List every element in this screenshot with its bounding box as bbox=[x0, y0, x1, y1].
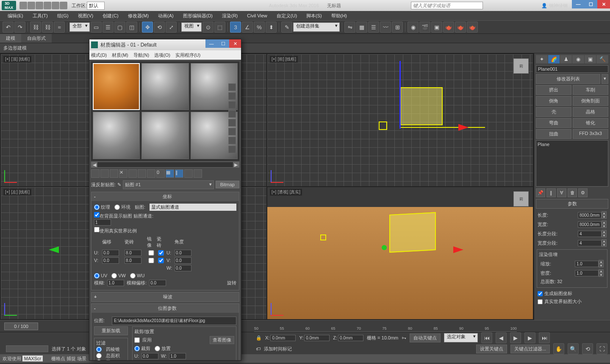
undo-icon[interactable]: ↶ bbox=[3, 22, 14, 33]
u-tile-input[interactable] bbox=[125, 250, 141, 256]
ribbon-tab-modeling[interactable]: 建模 bbox=[0, 34, 21, 43]
z-input[interactable] bbox=[338, 335, 363, 341]
curve-editor-icon[interactable]: 〰 bbox=[380, 22, 391, 33]
scale-input[interactable] bbox=[575, 261, 599, 267]
qat-save-icon[interactable] bbox=[36, 2, 43, 9]
spinner-snap-icon[interactable]: ⬍ bbox=[266, 22, 277, 33]
u-mirror-check[interactable] bbox=[147, 250, 155, 256]
menu-edit[interactable]: 编辑(E) bbox=[3, 12, 28, 20]
material-editor-icon[interactable]: ◉ bbox=[408, 22, 419, 33]
qat-redo-icon[interactable] bbox=[52, 2, 59, 9]
reload-button[interactable]: 重新加载 bbox=[94, 326, 128, 335]
menu-modifiers[interactable]: 修改器(M) bbox=[124, 12, 153, 20]
options-icon[interactable] bbox=[228, 137, 236, 144]
mat-id-icon[interactable]: 0 bbox=[156, 169, 165, 178]
mod-bevel[interactable]: 倒角 bbox=[536, 96, 571, 106]
blur-input[interactable] bbox=[107, 280, 124, 286]
slot-scroll-right-icon[interactable]: ▶ bbox=[233, 162, 239, 167]
x-input[interactable] bbox=[270, 335, 296, 341]
apply-checkbox[interactable] bbox=[134, 337, 140, 343]
named-sel-edit-icon[interactable]: ✎ bbox=[281, 22, 292, 33]
u-offset-input[interactable] bbox=[102, 250, 119, 256]
uv-tile-icon[interactable] bbox=[228, 110, 236, 118]
modifier-stack[interactable]: Plane bbox=[536, 140, 608, 187]
goto-start-icon[interactable]: ⏮ bbox=[481, 332, 492, 343]
pick-icon[interactable]: ✎ bbox=[117, 182, 121, 188]
spinner-up-icon[interactable]: ▲ bbox=[602, 221, 607, 224]
select-rect-icon[interactable]: ▢ bbox=[114, 22, 125, 33]
texture-radio[interactable] bbox=[94, 204, 100, 210]
vp-label-front[interactable]: [+] [前] [线框] bbox=[270, 56, 298, 63]
render-setup-icon[interactable]: 🎬 bbox=[419, 22, 430, 33]
rotate-button[interactable]: 旋转 bbox=[227, 280, 236, 286]
redo-icon[interactable]: ↷ bbox=[14, 22, 25, 33]
video-check-icon[interactable] bbox=[228, 119, 236, 127]
rotate-icon[interactable]: ⟲ bbox=[154, 22, 165, 33]
show-map-icon[interactable]: ▦ bbox=[166, 169, 174, 178]
percent-snap-icon[interactable]: % bbox=[254, 22, 265, 33]
spinner-down-icon[interactable]: ▼ bbox=[599, 264, 604, 267]
stack-item[interactable]: Plane bbox=[538, 142, 607, 147]
backlight-icon[interactable] bbox=[228, 92, 236, 100]
go-sibling-icon[interactable] bbox=[194, 169, 202, 178]
spinner-down-icon[interactable]: ▼ bbox=[602, 215, 607, 219]
reset-icon[interactable]: ✕ bbox=[119, 169, 128, 178]
named-selection-set[interactable]: 创建选择集 bbox=[293, 22, 340, 32]
remove-mod-icon[interactable]: 🗑 bbox=[568, 188, 577, 197]
spinner-up-icon[interactable]: ▲ bbox=[599, 260, 604, 264]
put-to-scene-icon[interactable] bbox=[100, 169, 109, 178]
time-ruler[interactable]: 50 55 60 65 70 75 80 85 90 95 100 bbox=[254, 320, 517, 332]
mapch-input[interactable] bbox=[94, 219, 111, 226]
schematic-icon[interactable]: ⊞ bbox=[392, 22, 403, 33]
minimize-button[interactable]: — bbox=[572, 0, 585, 8]
tab-utilities-icon[interactable]: 🔨 bbox=[596, 55, 608, 63]
environ-radio[interactable] bbox=[114, 204, 120, 210]
mod-ffd[interactable]: FFD 3x3x3 bbox=[573, 129, 608, 139]
render-frame-icon[interactable]: ▣ bbox=[431, 22, 442, 33]
pin-stack-icon[interactable]: 📌 bbox=[536, 188, 545, 197]
density-input[interactable] bbox=[575, 270, 599, 276]
link-icon[interactable]: ⛓ bbox=[30, 22, 41, 33]
material-slot-1[interactable] bbox=[93, 63, 140, 110]
viewport-perspective[interactable]: [+] [透视] [真实] 前 bbox=[267, 187, 533, 319]
qat-open-icon[interactable] bbox=[28, 2, 35, 9]
mod-taper[interactable]: 锥化 bbox=[573, 118, 608, 128]
menu-tools[interactable]: 工具(T) bbox=[28, 12, 52, 20]
matdlg-min-button[interactable]: — bbox=[205, 39, 217, 48]
lseg-input[interactable] bbox=[578, 231, 602, 237]
spinner-up-icon[interactable]: ▲ bbox=[599, 269, 604, 273]
params-rollout[interactable]: 参数 bbox=[536, 199, 608, 209]
qat-undo-icon[interactable] bbox=[44, 2, 51, 9]
view-image-button[interactable]: 查看图像 bbox=[210, 336, 234, 344]
matdlg-max-button[interactable]: ☐ bbox=[217, 39, 229, 48]
viewcube-persp[interactable]: 前 bbox=[513, 191, 529, 207]
spinner-up-icon[interactable]: ▲ bbox=[602, 239, 607, 243]
bitmap-path-button[interactable]: E:\Autodesk3dsMax2010课程项目\素材\Floor.jpg bbox=[112, 317, 236, 325]
u-angle-input[interactable] bbox=[175, 250, 191, 256]
sat-radio[interactable] bbox=[96, 353, 102, 358]
help-search-input[interactable] bbox=[411, 2, 483, 9]
assign-to-sel-icon[interactable] bbox=[110, 169, 118, 178]
config-icon[interactable]: ⚙ bbox=[578, 188, 588, 197]
mod-lattice[interactable]: 晶格 bbox=[573, 107, 608, 117]
mod-shell[interactable]: 壳 bbox=[536, 107, 571, 117]
mod-bevelprofile[interactable]: 倒角剖面 bbox=[573, 96, 608, 106]
spinner-down-icon[interactable]: ▼ bbox=[599, 273, 604, 277]
get-material-icon[interactable] bbox=[91, 169, 100, 178]
menu-views[interactable]: 视图(V) bbox=[74, 12, 98, 20]
key-lock-icon[interactable]: 🗝 bbox=[402, 335, 406, 340]
tab-hierarchy-icon[interactable]: ♟ bbox=[560, 55, 572, 63]
menu-maxscript[interactable]: 脚本(S) bbox=[302, 12, 326, 20]
spinner-up-icon[interactable]: ▲ bbox=[602, 230, 607, 234]
time-slider[interactable]: 0 / 100 bbox=[4, 323, 38, 330]
render-icon[interactable]: 🫖 bbox=[443, 22, 454, 33]
rollout-header[interactable]: -坐标 bbox=[92, 192, 239, 201]
modifier-list-arrow-icon[interactable]: ▾ bbox=[602, 74, 608, 84]
maximize-button[interactable]: ☐ bbox=[585, 0, 597, 8]
show-end-icon[interactable]: ‖ bbox=[546, 188, 556, 197]
lock-icon[interactable]: 🔒 bbox=[256, 335, 262, 341]
next-frame-icon[interactable]: ▶ bbox=[524, 332, 535, 343]
move-icon[interactable]: ✥ bbox=[142, 22, 153, 33]
menu-rendering[interactable]: 渲染(R) bbox=[218, 12, 242, 20]
unique-icon[interactable]: ∀ bbox=[557, 188, 566, 197]
